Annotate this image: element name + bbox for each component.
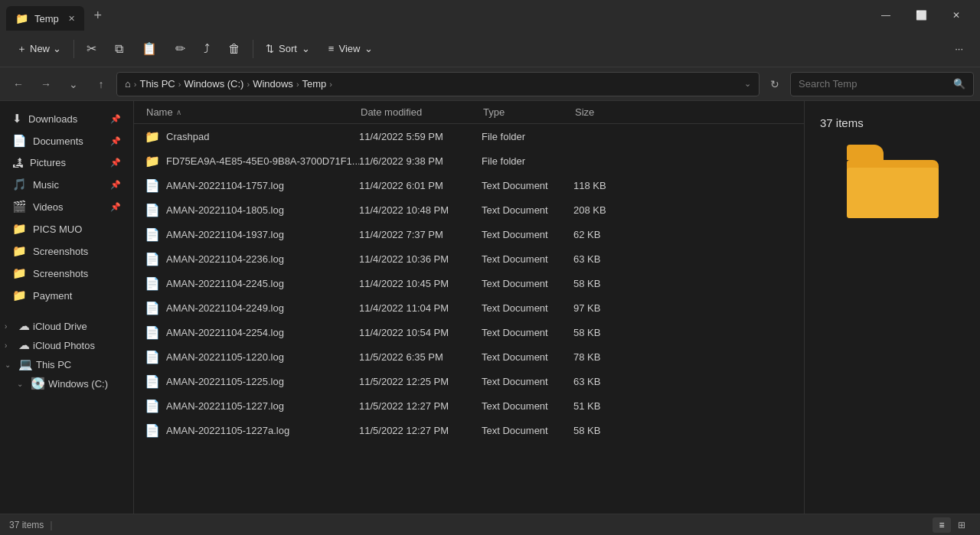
delete-icon: 🗑 [228, 42, 240, 56]
back-button[interactable]: ← [6, 72, 31, 96]
sort-button[interactable]: ⇅ Sort ⌄ [258, 35, 318, 63]
path-dropdown-icon: ⌄ [744, 79, 751, 89]
grid-view-button[interactable]: ⊞ [952, 517, 971, 533]
table-row[interactable]: 📄 AMAN-20221104-2254.log 11/4/2022 10:54… [136, 320, 802, 344]
more-icon: ··· [955, 43, 963, 54]
active-tab[interactable]: 📁 Temp ✕ [6, 6, 84, 31]
refresh-button[interactable]: ↻ [763, 72, 787, 96]
col-header-size[interactable]: Size [572, 106, 633, 118]
file-name: AMAN-20221104-2249.log [166, 302, 284, 314]
sidebar-label-downloads: Downloads [28, 113, 77, 125]
table-row[interactable]: 📄 AMAN-20221105-1225.log 11/5/2022 12:25… [136, 369, 802, 393]
documents-pin-icon: 📌 [110, 136, 121, 146]
view-button[interactable]: ≡ View ⌄ [321, 35, 381, 63]
file-date: 11/4/2022 6:01 PM [359, 180, 482, 191]
sidebar-label-videos: Videos [33, 201, 64, 213]
file-type: Text Document [482, 376, 573, 387]
share-button[interactable]: ⤴ [196, 35, 217, 63]
icloud-photos-icon: ☁ [18, 338, 30, 352]
file-size: 58 KB [573, 278, 635, 289]
new-tab-button[interactable]: + [87, 5, 109, 26]
this-pc-expand-icon: ⌄ [5, 360, 15, 369]
minimize-button[interactable]: — [868, 3, 903, 28]
table-row[interactable]: 📄 AMAN-20221105-1227a.log 11/5/2022 12:2… [136, 418, 802, 442]
toolbar-sep-2 [253, 40, 253, 58]
forward-button[interactable]: → [34, 72, 58, 96]
file-date: 11/6/2022 9:38 PM [359, 155, 482, 167]
address-path[interactable]: ⌂ › This PC › Windows (C:) › Windows › T… [116, 72, 760, 96]
file-size: 208 KB [573, 204, 635, 216]
file-name: AMAN-20221105-1227.log [166, 400, 284, 412]
table-row[interactable]: 📄 AMAN-20221104-2249.log 11/4/2022 11:04… [136, 295, 802, 320]
maximize-button[interactable]: ⬜ [903, 3, 939, 28]
file-size: 63 KB [573, 376, 635, 387]
tab-close-button[interactable]: ✕ [68, 14, 75, 24]
sidebar-item-pics-muo[interactable]: 📁 PICS MUO [3, 218, 130, 240]
col-date-label: Date modified [361, 106, 422, 118]
tab-folder-icon: 📁 [15, 12, 28, 24]
details-view-button[interactable]: ≡ [933, 517, 951, 533]
table-row[interactable]: 📄 AMAN-20221104-1805.log 11/4/2022 10:48… [136, 197, 802, 222]
sidebar-item-screenshots-1[interactable]: 📁 Screenshots [3, 240, 130, 262]
status-bar: 37 items | ≡ ⊞ [0, 514, 980, 535]
status-separator: | [50, 519, 52, 530]
file-type: Text Document [482, 253, 573, 265]
sidebar-label-documents: Documents [33, 135, 83, 147]
file-type: Text Document [482, 229, 573, 240]
table-row[interactable]: 📁 FD75EA9A-4E85-45E0-9B8A-3700D71F1... 1… [136, 148, 802, 173]
sidebar-item-icloud-drive[interactable]: › ☁ iCloud Drive [2, 317, 132, 335]
col-header-date[interactable]: Date modified [358, 106, 480, 118]
rename-icon: ✏ [175, 41, 185, 56]
sidebar-item-payment[interactable]: 📁 Payment [3, 285, 130, 306]
paste-button[interactable]: 📋 [134, 35, 165, 63]
table-row[interactable]: 📄 AMAN-20221104-2245.log 11/4/2022 10:45… [136, 271, 802, 295]
search-box[interactable]: 🔍 [790, 72, 974, 96]
document-icon: 📄 [145, 399, 160, 413]
file-date: 11/4/2022 10:45 PM [359, 278, 482, 289]
table-row[interactable]: 📄 AMAN-20221104-2236.log 11/4/2022 10:36… [136, 246, 802, 271]
file-name: AMAN-20221104-2254.log [166, 327, 284, 338]
more-options-button[interactable]: ··· [947, 35, 971, 63]
path-sep-1: › [178, 80, 181, 89]
sidebar-item-documents[interactable]: 📄 Documents 📌 [3, 130, 130, 152]
table-row[interactable]: 📄 AMAN-20221104-1937.log 11/4/2022 7:37 … [136, 222, 802, 246]
icloud-photos-expand-icon: › [5, 341, 15, 350]
sidebar-item-screenshots-2[interactable]: 📁 Screenshots [3, 263, 130, 284]
new-caret-icon: ⌄ [53, 43, 61, 54]
sidebar-item-icloud-photos[interactable]: › ☁ iCloud Photos [2, 336, 132, 354]
sidebar-item-this-pc[interactable]: ⌄ 💻 This PC [2, 355, 132, 374]
col-header-name[interactable]: Name ∧ [143, 106, 358, 118]
delete-button[interactable]: 🗑 [220, 35, 248, 63]
sidebar-item-downloads[interactable]: ⬇ Downloads 📌 [3, 108, 130, 129]
table-row[interactable]: 📄 AMAN-20221104-1757.log 11/4/2022 6:01 … [136, 173, 802, 197]
path-this-pc: This PC [140, 78, 175, 90]
col-header-type[interactable]: Type [480, 106, 572, 118]
file-name: FD75EA9A-4E85-45E0-9B8A-3700D71F1... [166, 155, 359, 167]
sidebar-item-music[interactable]: 🎵 Music 📌 [3, 174, 130, 195]
search-input[interactable] [799, 78, 949, 90]
cut-button[interactable]: ✂ [79, 35, 104, 63]
downloads-pin-icon: 📌 [110, 114, 121, 124]
sidebar-item-windows-c[interactable]: ⌄ 💽 Windows (C:) [2, 374, 132, 393]
table-row[interactable]: 📁 Crashpad 11/4/2022 5:59 PM File folder [136, 124, 802, 148]
sidebar-item-pictures[interactable]: 🏞 Pictures 📌 [3, 152, 130, 173]
view-caret-icon: ⌄ [364, 43, 373, 54]
file-size: 63 KB [573, 253, 635, 265]
up-button[interactable]: ↑ [89, 72, 113, 96]
file-type: Text Document [482, 278, 573, 289]
toolbar: ＋ New ⌄ ✂ ⧉ 📋 ✏ ⤴ 🗑 ⇅ Sort ⌄ ≡ View ⌄ ··… [0, 31, 980, 67]
table-row[interactable]: 📄 AMAN-20221105-1227.log 11/5/2022 12:27… [136, 393, 802, 418]
copy-button[interactable]: ⧉ [107, 35, 131, 63]
sidebar: ⬇ Downloads 📌 📄 Documents 📌 🏞 Pictures 📌… [0, 101, 134, 514]
new-button[interactable]: ＋ New ⌄ [9, 35, 69, 63]
recent-locations-button[interactable]: ⌄ [61, 72, 86, 96]
sidebar-label-this-pc: This PC [36, 359, 71, 370]
videos-icon: 🎬 [12, 200, 27, 214]
windows-c-icon: 💽 [31, 377, 45, 390]
file-size: 58 KB [573, 425, 635, 436]
table-row[interactable]: 📄 AMAN-20221105-1220.log 11/5/2022 6:35 … [136, 344, 802, 369]
close-button[interactable]: ✕ [939, 3, 974, 28]
rename-button[interactable]: ✏ [168, 35, 193, 63]
sidebar-item-videos[interactable]: 🎬 Videos 📌 [3, 196, 130, 217]
view-lines-icon: ≡ [328, 43, 335, 54]
